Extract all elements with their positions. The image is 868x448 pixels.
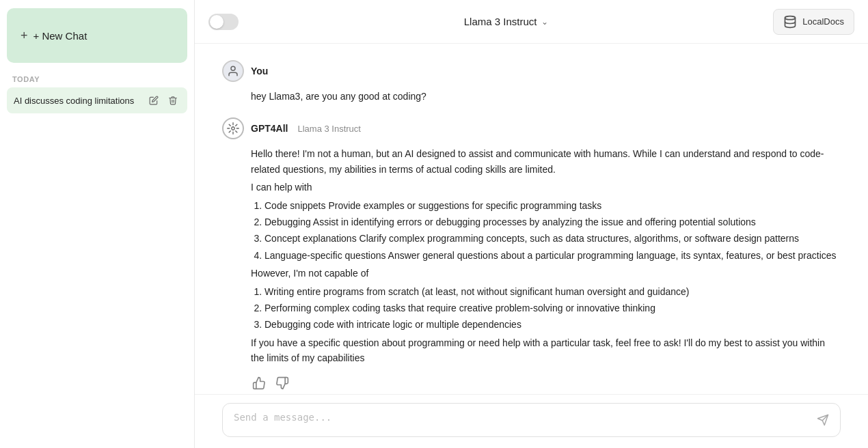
ai-name: GPT4All [251, 123, 288, 134]
chat-history-actions [146, 94, 180, 107]
ai-list-item: Concept explanations Clarify complex pro… [265, 231, 841, 246]
ai-avatar [222, 117, 244, 139]
message-feedback [222, 375, 841, 394]
today-label: TODAY [7, 75, 187, 83]
svg-point-1 [231, 66, 235, 70]
thumbs-down-button[interactable] [274, 375, 290, 394]
header: Llama 3 Instruct ⌄ LocalDocs [195, 0, 868, 44]
ai-message-block: GPT4All Llama 3 Instruct Hello there! I'… [222, 117, 841, 394]
svg-point-2 [232, 127, 235, 130]
input-area [195, 394, 868, 448]
chevron-down-icon: ⌄ [541, 17, 548, 27]
chat-history-item[interactable]: AI discusses coding limitations [7, 87, 187, 113]
ai-intro-text: Hello there! I'm not a human, but an AI … [251, 146, 841, 177]
ai-list-item: Language-specific questions Answer gener… [265, 248, 841, 263]
ai-list-item: Code snippets Provide examples or sugges… [265, 198, 841, 213]
ai-can-help-list: Code snippets Provide examples or sugges… [251, 198, 841, 264]
edit-chat-button[interactable] [146, 94, 161, 107]
ai-cannot-label: However, I'm not capable of [251, 266, 841, 281]
ai-list-item: Debugging Assist in identifying errors o… [265, 214, 841, 229]
toggle-knob [210, 15, 223, 29]
user-message-block: You hey Llama3, are you any good at codi… [222, 60, 841, 104]
user-avatar [222, 60, 244, 82]
ai-cannot-item: Performing complex coding tasks that req… [265, 300, 841, 316]
send-button[interactable] [817, 414, 829, 426]
user-message-header: You [222, 60, 841, 82]
user-message-text: hey Llama3, are you any good at coding? [251, 91, 426, 102]
message-input[interactable] [234, 412, 811, 428]
toggle-switch[interactable] [208, 14, 239, 30]
ai-message-header: GPT4All Llama 3 Instruct [222, 117, 841, 139]
new-chat-button[interactable]: + + New Chat [7, 8, 187, 63]
localdocs-icon [783, 15, 797, 29]
model-selector[interactable]: Llama 3 Instruct ⌄ [464, 16, 548, 27]
svg-point-0 [785, 16, 796, 19]
ai-cannot-item: Writing entire programs from scratch (at… [265, 284, 841, 299]
localdocs-button[interactable]: LocalDocs [773, 9, 854, 35]
model-name: Llama 3 Instruct [464, 16, 537, 27]
ai-closing-text: If you have a specific question about pr… [251, 335, 841, 366]
header-left [208, 14, 239, 30]
ai-model: Llama 3 Instruct [297, 124, 361, 134]
ai-can-help-label: I can help with [251, 180, 841, 195]
chat-area: You hey Llama3, are you any good at codi… [195, 44, 868, 394]
thumbs-up-button[interactable] [251, 375, 267, 394]
chat-history-label: AI discusses coding limitations [14, 96, 146, 106]
sidebar: + + New Chat TODAY AI discusses coding l… [0, 0, 195, 448]
new-chat-label: + New Chat [33, 30, 87, 42]
message-input-container [222, 403, 841, 437]
user-message-body: hey Llama3, are you any good at coding? [222, 89, 841, 104]
ai-cannot-list: Writing entire programs from scratch (at… [251, 284, 841, 333]
localdocs-label: LocalDocs [802, 16, 844, 27]
delete-chat-button[interactable] [165, 94, 180, 107]
ai-message-body: Hello there! I'm not a human, but an AI … [222, 146, 841, 368]
main-content: Llama 3 Instruct ⌄ LocalDocs [195, 0, 868, 448]
plus-icon: + [21, 29, 28, 43]
user-name: You [251, 66, 268, 76]
ai-cannot-item: Debugging code with intricate logic or m… [265, 317, 841, 332]
